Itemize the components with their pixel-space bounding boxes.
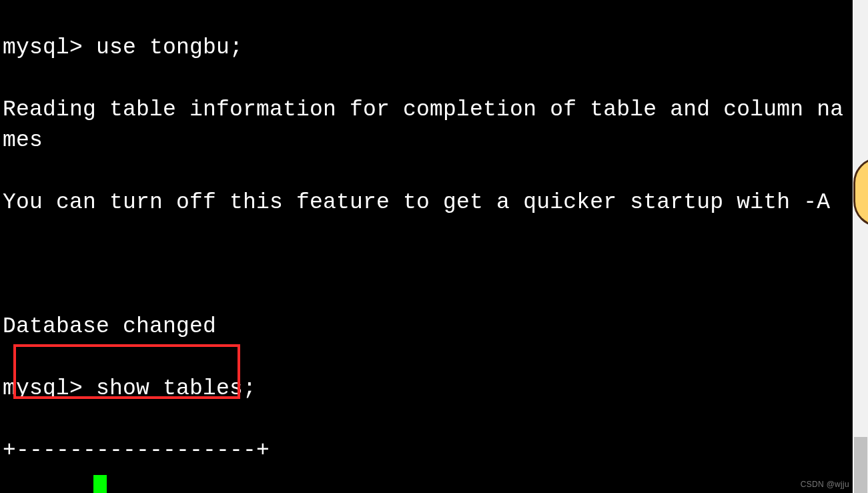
terminal-line: mysql> show tables; <box>3 376 256 401</box>
terminal-line: mysql> use tongbu; <box>3 35 243 60</box>
scrollbar-track[interactable] <box>853 0 868 493</box>
scrollbar-thumb[interactable] <box>854 437 867 493</box>
cursor-icon <box>93 475 107 493</box>
watermark-text: CSDN @wjju <box>801 480 849 489</box>
terminal-line: +------------------+ <box>3 438 270 463</box>
terminal-line: Database changed <box>3 314 216 339</box>
terminal-line: Reading table information for completion… <box>3 97 843 153</box>
terminal-line: You can turn off this feature to get a q… <box>3 190 830 215</box>
terminal-window[interactable]: mysql> use tongbu; Reading table informa… <box>0 0 853 493</box>
